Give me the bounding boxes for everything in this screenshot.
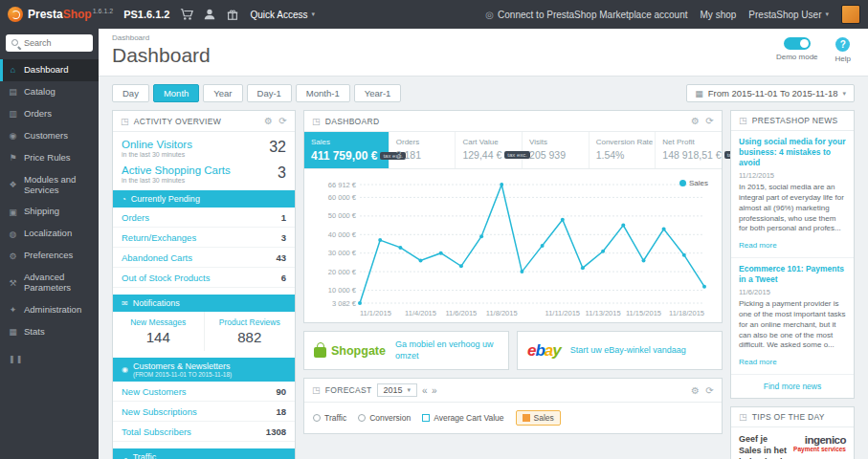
- forecast-year-select[interactable]: 2015 ▾: [377, 383, 418, 397]
- sidebar-item-preferences[interactable]: ⚙Preferences: [0, 245, 99, 267]
- topbar-right: ◎ Connect to PrestaShop Marketplace acco…: [485, 5, 860, 24]
- sidebar-item-catalog[interactable]: ▤Catalog: [0, 81, 99, 103]
- ebay-link[interactable]: Start uw eBay-winkel vandaag: [570, 345, 686, 357]
- refresh-icon[interactable]: ⟳: [705, 116, 714, 126]
- pending-orders-value: 1: [281, 212, 286, 223]
- news-article-excerpt: In 2015, social media are an integral pa…: [739, 183, 846, 234]
- forecast-year-value: 2015: [384, 385, 403, 395]
- active-carts-value: 3: [278, 164, 286, 182]
- sidebar-item-dashboard[interactable]: ⌂Dashboard: [0, 59, 99, 81]
- gear-icon[interactable]: ⚙: [691, 116, 700, 126]
- checkbox-icon: [422, 414, 430, 422]
- out-of-stock-link[interactable]: Out of Stock Products: [122, 273, 210, 283]
- kpi-sales[interactable]: Sales 411 759,00 €tax exc.: [304, 132, 389, 168]
- sidebar-item-modules[interactable]: ❖Modules and Services: [0, 169, 99, 202]
- user-icon[interactable]: [203, 8, 216, 21]
- shopgate-name: Shopgate: [331, 344, 386, 358]
- user-menu[interactable]: PrestaShop User ▾: [748, 10, 829, 20]
- read-more-link[interactable]: Read more: [739, 241, 777, 250]
- previous-icon[interactable]: «: [422, 385, 428, 396]
- tips-headline: Geef je Sales in het buitenland een Boos…: [739, 434, 788, 459]
- notifications-title: Notifications: [133, 298, 180, 308]
- gift-icon[interactable]: [226, 8, 239, 21]
- toggle-switch[interactable]: [784, 37, 811, 50]
- news-article-title[interactable]: Ecommerce 101: Payments in a Tweet: [739, 264, 846, 285]
- forecast-legend: Traffic Conversion Average Cart Value Sa…: [304, 403, 722, 433]
- middle-column: ◳ Dashboard ⚙ ⟳ Sales 411 759,00 €tax ex…: [303, 110, 723, 434]
- chart-legend[interactable]: Sales: [679, 179, 708, 187]
- filter-year-button[interactable]: Year: [203, 84, 242, 102]
- help-button[interactable]: ? Help: [835, 37, 851, 63]
- read-more-link[interactable]: Read more: [739, 358, 777, 366]
- filter-year-1-button[interactable]: Year-1: [354, 84, 402, 102]
- filter-month-button[interactable]: Month: [153, 84, 199, 102]
- app-shell: ⌂Dashboard ▤Catalog ▥Orders ◉Customers ⚑…: [0, 29, 868, 459]
- active-carts-link[interactable]: Active Shopping Carts: [122, 164, 231, 176]
- online-visitors-metric: Online Visitors in the last 30 minutes 3…: [113, 132, 295, 158]
- panel-tools: ⚙ ⟳: [264, 116, 287, 126]
- sidebar-collapse-button[interactable]: ❚❚: [0, 343, 99, 375]
- sidebar-item-administration[interactable]: ✦Administration: [0, 299, 99, 321]
- tips-panel-icon: ◳: [739, 412, 747, 422]
- panel-tools: ⚙ ⟳: [691, 385, 714, 396]
- kpi-visits[interactable]: Visits 205 939: [523, 132, 590, 168]
- sidebar-item-localization[interactable]: ◍Localization: [0, 223, 99, 245]
- forecast-legend-conversion[interactable]: Conversion: [358, 413, 411, 423]
- sidebar-item-customers[interactable]: ◉Customers: [0, 125, 99, 147]
- legend-label: Traffic: [324, 413, 346, 423]
- next-icon[interactable]: »: [432, 385, 437, 396]
- gear-icon[interactable]: ⚙: [691, 385, 700, 396]
- forecast-legend-sales[interactable]: Sales: [516, 410, 561, 426]
- new-customers-link[interactable]: New Customers: [122, 386, 187, 397]
- kpi-conversion-rate[interactable]: Conversion Rate 1.54%: [590, 132, 657, 168]
- search-input[interactable]: [24, 38, 88, 48]
- svg-text:20 000 €: 20 000 €: [328, 268, 357, 276]
- total-subscribers-link[interactable]: Total Subscribers: [122, 426, 191, 437]
- shopping-bag-icon: [314, 347, 326, 358]
- sidebar-item-advanced-parameters[interactable]: ⚒Advanced Parameters: [0, 267, 99, 299]
- breadcrumb[interactable]: Dashboard: [112, 33, 855, 42]
- filter-day-button[interactable]: Day: [112, 84, 149, 102]
- find-more-news-link[interactable]: Find more news: [731, 375, 854, 398]
- sidebar-item-label: Price Rules: [24, 153, 71, 164]
- svg-text:11/4/2015: 11/4/2015: [405, 309, 436, 317]
- sidebar-item-stats[interactable]: ▦Stats: [0, 321, 99, 343]
- prestashop-logo[interactable]: PrestaShop1.6.1.2: [8, 7, 113, 22]
- cart-icon[interactable]: [180, 8, 193, 21]
- date-range-picker[interactable]: ▦ From 2015-11-01 To 2015-11-18 ▾: [686, 84, 855, 102]
- sidebar-item-price-rules[interactable]: ⚑Price Rules: [0, 147, 99, 169]
- user-avatar[interactable]: [841, 5, 860, 24]
- forecast-legend-average-cart-value[interactable]: Average Cart Value: [422, 413, 503, 423]
- kpi-orders[interactable]: Orders 3 181: [389, 132, 456, 168]
- new-messages-cell[interactable]: New Messages 144: [113, 312, 205, 351]
- news-article-title[interactable]: Using social media for your business: 4 …: [739, 137, 846, 168]
- sidebar-search: [6, 34, 93, 52]
- marketplace-link[interactable]: ◎ Connect to PrestaShop Marketplace acco…: [485, 10, 687, 20]
- abandoned-carts-link[interactable]: Abandoned Carts: [122, 252, 192, 263]
- sidebar-item-shipping[interactable]: ▣Shipping: [0, 201, 99, 223]
- kpi-cart-value[interactable]: Cart Value 129,44 €tax exc.: [456, 132, 523, 168]
- filter-month-1-button[interactable]: Month-1: [296, 84, 350, 102]
- pending-returns-link[interactable]: Return/Exchanges: [122, 232, 196, 243]
- kpi-net-profit[interactable]: Net Profit 148 918,51 €tax exc.: [656, 132, 722, 168]
- refresh-icon[interactable]: ⟳: [278, 116, 287, 126]
- news-article-date: 11/12/2015: [739, 171, 846, 180]
- pending-orders-link[interactable]: Orders: [122, 212, 149, 223]
- my-shop-link[interactable]: My shop: [701, 10, 737, 20]
- product-reviews-cell[interactable]: Product Reviews 882: [205, 312, 296, 351]
- shopgate-link[interactable]: Ga mobiel en verhoog uw omzet: [395, 339, 499, 361]
- filter-day-1-button[interactable]: Day-1: [247, 84, 292, 102]
- forecast-legend-traffic[interactable]: Traffic: [313, 413, 346, 423]
- legend-label: Sales: [689, 179, 708, 187]
- demo-mode-toggle[interactable]: Demo mode: [776, 37, 818, 63]
- online-visitors-link[interactable]: Online Visitors: [122, 139, 192, 150]
- new-subscriptions-link[interactable]: New Subscriptions: [122, 406, 197, 417]
- sidebar-item-label: Stats: [24, 327, 45, 338]
- refresh-icon[interactable]: ⟳: [705, 385, 714, 396]
- gear-icon[interactable]: ⚙: [264, 116, 273, 126]
- sidebar-item-label: Shipping: [24, 207, 59, 217]
- quick-access-menu[interactable]: Quick Access ▾: [250, 10, 315, 20]
- kpi-label: Visits: [529, 138, 582, 146]
- kpi-value: 411 759,00 €tax exc.: [311, 149, 382, 163]
- sidebar-item-orders[interactable]: ▥Orders: [0, 103, 99, 125]
